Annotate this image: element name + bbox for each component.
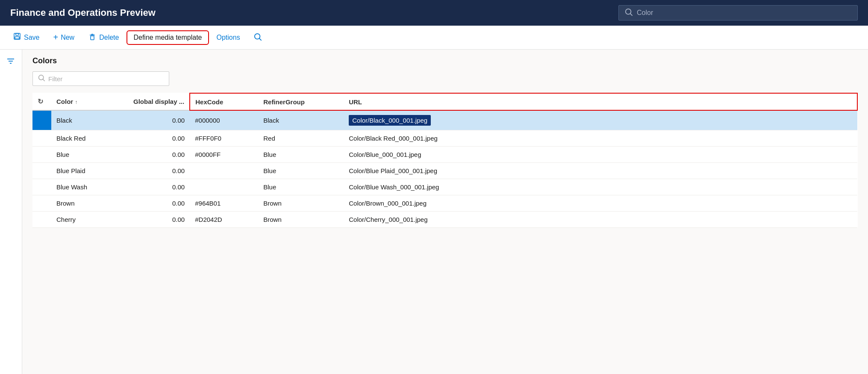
- options-label: Options: [217, 34, 240, 41]
- row-color: Cherry: [51, 212, 128, 228]
- row-selected-indicator: [32, 130, 51, 147]
- toolbar-search-button[interactable]: [248, 30, 268, 45]
- row-color: Blue: [51, 147, 128, 163]
- define-media-label: Define media template: [133, 34, 202, 41]
- row-refinergroup: Red: [258, 130, 344, 147]
- table-header-row: ↻ Color ↑ Global display ... HexCode Ref…: [32, 93, 857, 110]
- new-icon: +: [53, 32, 58, 42]
- content-area: Colors ↻ Color ↑: [0, 50, 868, 374]
- row-refinergroup: Blue: [258, 147, 344, 163]
- svg-rect-4: [15, 37, 19, 39]
- main-content: Colors ↻ Color ↑: [22, 50, 868, 374]
- row-selected-indicator: [32, 147, 51, 163]
- svg-line-16: [43, 79, 44, 81]
- save-icon: [13, 32, 21, 43]
- global-search-box[interactable]: [618, 5, 858, 21]
- table-row[interactable]: Brown0.00#964B01BrownColor/Brown_000_001…: [32, 195, 857, 212]
- row-url: Color/Blue Wash_000_001.jpeg: [344, 179, 857, 195]
- col-header-global: Global display ...: [128, 93, 190, 110]
- row-global: 0.00: [128, 179, 190, 195]
- table-row[interactable]: Blue Plaid0.00BlueColor/Blue Plaid_000_0…: [32, 163, 857, 179]
- row-selected-indicator: [32, 212, 51, 228]
- row-color: Brown: [51, 195, 128, 212]
- row-global: 0.00: [128, 130, 190, 147]
- row-hexcode: [190, 163, 258, 179]
- row-url: Color/Black_000_001.jpeg: [344, 110, 857, 130]
- row-refinergroup: Brown: [258, 195, 344, 212]
- table-row[interactable]: Blue Wash0.00BlueColor/Blue Wash_000_001…: [32, 179, 857, 195]
- filter-icon[interactable]: [6, 58, 15, 68]
- svg-line-1: [630, 14, 632, 15]
- save-label: Save: [24, 34, 39, 41]
- col-global-label: Global display ...: [133, 98, 184, 105]
- filter-input-wrap[interactable]: [32, 71, 169, 86]
- row-refinergroup: Brown: [258, 212, 344, 228]
- row-color: Blue Plaid: [51, 163, 128, 179]
- url-selected-value: Color/Black_000_001.jpeg: [349, 115, 431, 126]
- col-header-refresh: ↻: [32, 93, 51, 110]
- row-hexcode: #000000: [190, 110, 258, 130]
- row-hexcode: #964B01: [190, 195, 258, 212]
- filter-search-icon: [38, 74, 45, 83]
- svg-rect-3: [16, 33, 18, 35]
- col-header-refinergroup: RefinerGroup: [258, 93, 344, 110]
- delete-icon: [88, 32, 97, 43]
- table-row[interactable]: Cherry0.00#D2042DBrownColor/Cherry_000_0…: [32, 212, 857, 228]
- col-color-label: Color: [56, 98, 73, 105]
- table-row[interactable]: Black Red0.00#FFF0F0RedColor/Black Red_0…: [32, 130, 857, 147]
- row-url: Color/Blue_000_001.jpeg: [344, 147, 857, 163]
- row-refinergroup: Blue: [258, 163, 344, 179]
- row-selected-indicator: [32, 179, 51, 195]
- row-url: Color/Black Red_000_001.jpeg: [344, 130, 857, 147]
- row-url: Color/Brown_000_001.jpeg: [344, 195, 857, 212]
- sort-asc-icon: ↑: [75, 99, 77, 105]
- app-title: Finance and Operations Preview: [10, 7, 608, 18]
- col-header-color[interactable]: Color ↑: [51, 93, 128, 110]
- col-refinergroup-label: RefinerGroup: [263, 98, 305, 106]
- row-color: Blue Wash: [51, 179, 128, 195]
- toolbar: Save + New Delete Define media template …: [0, 26, 868, 50]
- row-url: Color/Blue Plaid_000_001.jpeg: [344, 163, 857, 179]
- options-button[interactable]: Options: [211, 31, 246, 44]
- search-icon: [625, 8, 633, 18]
- sidebar-filter: [0, 50, 22, 374]
- row-global: 0.00: [128, 195, 190, 212]
- col-header-hexcode: HexCode: [190, 93, 258, 110]
- row-global: 0.00: [128, 147, 190, 163]
- row-hexcode: [190, 179, 258, 195]
- save-button[interactable]: Save: [7, 29, 45, 45]
- col-header-url: URL: [344, 93, 857, 110]
- col-url-label: URL: [349, 98, 362, 106]
- row-selected-indicator: [32, 195, 51, 212]
- filter-input[interactable]: [48, 75, 164, 82]
- new-label: New: [61, 34, 74, 41]
- delete-label: Delete: [99, 34, 119, 41]
- table-row[interactable]: Black0.00#000000BlackColor/Black_000_001…: [32, 110, 857, 130]
- search-input[interactable]: [637, 9, 851, 17]
- svg-line-11: [259, 38, 261, 40]
- colors-table: ↻ Color ↑ Global display ... HexCode Ref…: [32, 93, 858, 228]
- svg-rect-5: [91, 36, 94, 40]
- row-global: 0.00: [128, 163, 190, 179]
- row-hexcode: #FFF0F0: [190, 130, 258, 147]
- row-global: 0.00: [128, 110, 190, 130]
- row-hexcode: #0000FF: [190, 147, 258, 163]
- table-body: Black0.00#000000BlackColor/Black_000_001…: [32, 110, 857, 228]
- row-url: Color/Cherry_000_001.jpeg: [344, 212, 857, 228]
- row-refinergroup: Black: [258, 110, 344, 130]
- row-refinergroup: Blue: [258, 179, 344, 195]
- delete-button[interactable]: Delete: [82, 30, 125, 45]
- define-media-template-button[interactable]: Define media template: [127, 30, 209, 45]
- row-global: 0.00: [128, 212, 190, 228]
- toolbar-search-icon: [254, 33, 262, 42]
- top-nav-bar: Finance and Operations Preview: [0, 0, 868, 26]
- row-color: Black Red: [51, 130, 128, 147]
- row-color: Black: [51, 110, 128, 130]
- row-selected-indicator: [32, 110, 51, 130]
- section-title: Colors: [32, 56, 858, 65]
- row-hexcode: #D2042D: [190, 212, 258, 228]
- table-row[interactable]: Blue0.00#0000FFBlueColor/Blue_000_001.jp…: [32, 147, 857, 163]
- refresh-icon[interactable]: ↻: [38, 98, 43, 105]
- new-button[interactable]: + New: [47, 30, 80, 45]
- col-hexcode-label: HexCode: [195, 98, 223, 106]
